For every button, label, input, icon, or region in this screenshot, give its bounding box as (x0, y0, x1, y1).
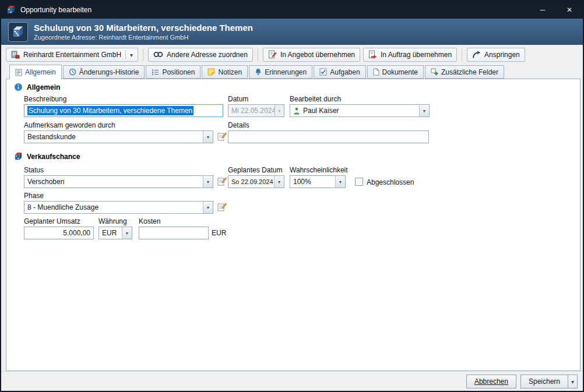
section-title: Verkaufschance (27, 153, 80, 161)
opportunity-edit-window: Opportunity bearbeiten Schulung von 30 M… (0, 0, 584, 392)
edit-pencil-icon (217, 176, 227, 186)
tab-content-allgemein: Allgemein Beschreibung Schulung von 30 M… (6, 79, 581, 371)
chevron-down-icon (571, 377, 574, 386)
aufmerksam-combo[interactable]: Bestandskunde (24, 130, 213, 143)
jump-to-button[interactable]: Anspringen (467, 48, 525, 62)
details-input[interactable] (228, 130, 429, 143)
tab-erinnerungen[interactable]: Erinnerungen (249, 65, 312, 79)
edit-pencil-icon (217, 202, 227, 211)
cancel-button[interactable]: Abbrechen (466, 375, 516, 389)
toolbar: Reinhardt Entertainment GmbH Andere Adre… (1, 45, 583, 64)
jump-to-label: Anspringen (484, 51, 520, 59)
minimize-button[interactable] (529, 1, 556, 19)
sales-chance-icon (14, 152, 23, 161)
chevron-down-icon (335, 176, 345, 188)
geplantes-datum-value: So 22.09.2024 (231, 178, 273, 185)
tab-aenderungs-historie[interactable]: Änderungs-Historie (63, 65, 145, 79)
abgeschlossen-checkbox[interactable] (355, 178, 363, 186)
chevron-down-icon (122, 227, 132, 239)
to-offer-button[interactable]: In Angebot übernehmen (263, 48, 360, 62)
save-button[interactable]: Speichern (520, 375, 568, 389)
form-icon (15, 69, 22, 76)
beschreibung-input[interactable]: Schulung von 30 Mitarbeitern, verschiede… (24, 104, 223, 117)
kosten-input[interactable] (139, 227, 209, 239)
phase-combo[interactable]: 8 - Muendliche Zusage (24, 201, 213, 214)
tab-allgemein[interactable]: Allgemein (9, 65, 62, 79)
record-title: Schulung von 30 Mitarbeitern, verschiede… (34, 23, 253, 33)
bearbeitet-durch-label: Bearbeitet durch (290, 95, 341, 103)
edit-phase-button[interactable] (217, 202, 227, 213)
phase-value: 8 - Muendliche Zusage (27, 203, 98, 211)
datum-value: Mi 22.05.2024 (231, 107, 275, 115)
waehrung-combo[interactable]: EUR (98, 227, 132, 239)
tab-label: Aufgaben (330, 68, 360, 76)
datum-label: Datum (228, 95, 248, 103)
window-title: Opportunity bearbeiten (20, 6, 92, 14)
to-order-label: In Auftrag übernehmen (381, 51, 452, 59)
toolbar-separator (143, 48, 143, 61)
record-header: Schulung von 30 Mitarbeitern, verschiede… (1, 19, 583, 45)
tab-zusaetzliche-felder[interactable]: Zusätzliche Felder (425, 65, 504, 79)
chevron-down-icon (203, 202, 213, 213)
geplantes-datum-combo[interactable]: So 22.09.2024 (228, 175, 284, 188)
app-icon (6, 5, 16, 15)
waehrung-label: Währung (98, 217, 127, 225)
bearbeitet-durch-combo[interactable]: Paul Kaiser (290, 104, 430, 117)
offer-document-icon (268, 50, 277, 59)
tab-aufgaben[interactable]: Aufgaben (314, 65, 365, 79)
wahrscheinlichkeit-combo[interactable]: 100% (290, 175, 346, 188)
waehrung-value: EUR (102, 229, 117, 237)
chevron-down-icon (274, 176, 284, 188)
history-icon (69, 68, 76, 76)
kosten-currency-suffix: EUR (212, 229, 226, 237)
order-document-icon (368, 50, 377, 59)
tab-label: Erinnerungen (265, 68, 307, 76)
geplanter-umsatz-label: Geplanter Umsatz (24, 217, 80, 225)
opportunity-icon (8, 22, 28, 42)
status-label: Status (24, 166, 44, 174)
tab-bar: Allgemein Änderungs-Historie Positionen … (6, 65, 504, 79)
window-controls (529, 1, 583, 19)
aufmerksam-value: Bestandskunde (27, 133, 76, 141)
edit-pencil-icon (217, 132, 227, 141)
save-dropdown-button[interactable] (568, 375, 578, 389)
details-label: Details (228, 121, 249, 129)
document-icon (373, 68, 379, 76)
tab-dokumente[interactable]: Dokumente (367, 65, 424, 79)
titlebar: Opportunity bearbeiten (1, 1, 583, 19)
section-allgemein-header: Allgemein (14, 83, 60, 91)
edit-aufmerksam-button[interactable] (217, 132, 227, 142)
close-button[interactable] (556, 1, 583, 19)
tab-notizen[interactable]: Notizen (202, 65, 248, 79)
address-button[interactable]: Reinhardt Entertainment GmbH (6, 48, 138, 62)
geplanter-umsatz-input[interactable] (24, 227, 94, 239)
edit-status-button[interactable] (217, 176, 227, 187)
tasks-check-icon (319, 68, 327, 76)
section-verkaufschance-header: Verkaufschance (14, 152, 80, 161)
assign-other-address-button[interactable]: Andere Adresse zuordnen (148, 48, 253, 62)
toolbar-separator (462, 48, 462, 61)
tab-label: Zusätzliche Felder (441, 68, 498, 76)
person-icon (293, 107, 300, 115)
status-combo[interactable]: Verschoben (24, 175, 213, 188)
tab-label: Positionen (162, 68, 195, 76)
link-icon (153, 51, 163, 58)
header-text: Schulung von 30 Mitarbeitern, verschiede… (34, 23, 253, 41)
abgeschlossen-label: Abgeschlossen (367, 178, 414, 186)
geplantes-datum-label: Geplantes Datum (228, 166, 282, 174)
reminder-bell-icon (255, 68, 262, 76)
jump-arrow-icon (472, 51, 481, 59)
section-title: Allgemein (27, 83, 60, 91)
chevron-down-icon (203, 176, 213, 188)
tab-positionen[interactable]: Positionen (146, 65, 200, 79)
chevron-down-icon (203, 131, 213, 143)
address-button-label: Reinhardt Entertainment GmbH (23, 51, 121, 59)
to-order-button[interactable]: In Auftrag übernehmen (363, 48, 457, 62)
extra-fields-icon (431, 68, 438, 76)
note-icon (207, 68, 215, 76)
wahrscheinlichkeit-value: 100% (293, 178, 311, 186)
tab-label: Änderungs-Historie (79, 68, 139, 76)
aufmerksam-label: Aufmerksam geworden durch (24, 121, 115, 129)
wahrscheinlichkeit-label: Wahrscheinlichkeit (290, 166, 348, 174)
datum-combo[interactable]: Mi 22.05.2024 (228, 104, 284, 117)
